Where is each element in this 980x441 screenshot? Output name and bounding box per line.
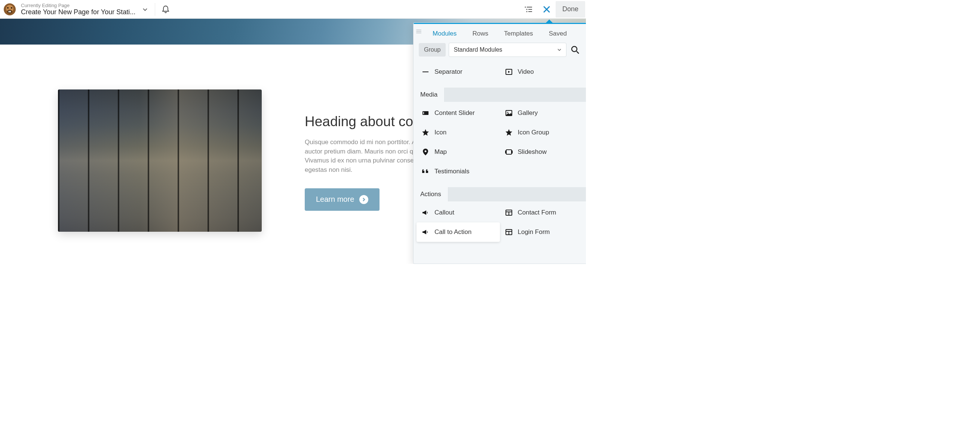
body-line: Vivamus id ex non urna pulvinar conse (305, 156, 418, 165)
svg-point-27 (572, 46, 577, 52)
gallery-icon (505, 109, 512, 117)
tab-rows[interactable]: Rows (470, 29, 490, 39)
body-line: Quisque commodo id mi non porttitor. A (305, 138, 418, 147)
module-label: Call to Action (434, 228, 471, 236)
chevron-right-circle-icon (360, 195, 368, 204)
content-body[interactable]: Quisque commodo id mi non porttitor. Aau… (305, 138, 418, 175)
star-icon (505, 129, 512, 136)
form-icon (505, 228, 512, 236)
pin-icon (422, 148, 429, 156)
section-header-media[interactable]: Media (414, 88, 586, 102)
module-icon[interactable]: Icon (417, 123, 500, 142)
section-title: Actions (414, 187, 448, 201)
module-login-form[interactable]: Login Form (500, 222, 583, 242)
module-map[interactable]: Map (417, 142, 500, 162)
tab-modules[interactable]: Modules (430, 29, 459, 39)
notifications-button[interactable] (155, 0, 176, 18)
content-panel: ModulesRowsTemplatesSaved Group Standard… (413, 22, 586, 264)
module-label: Testimonials (434, 168, 469, 175)
module-slideshow[interactable]: Slideshow (500, 142, 583, 162)
editing-label: Currently Editing Page (21, 3, 135, 8)
search-button[interactable] (570, 45, 581, 54)
module-label: Map (434, 148, 447, 156)
module-gallery[interactable]: Gallery (500, 103, 583, 123)
panel-selector-row: Group Standard Modules (414, 43, 586, 61)
content-image[interactable] (58, 89, 262, 232)
module-label: Callout (434, 209, 454, 216)
svg-line-28 (577, 51, 579, 54)
drag-handle[interactable] (416, 30, 422, 33)
body-line: egestas non nisi. (305, 165, 418, 175)
module-call-to-action[interactable]: Call to Action (417, 222, 500, 242)
modules-scroll[interactable]: SeparatorVideoMediaContent SliderGallery… (414, 61, 586, 264)
module-label: Contact Form (518, 209, 556, 216)
module-testimonials[interactable]: Testimonials (417, 162, 500, 181)
slider-icon (422, 109, 429, 117)
svg-point-25 (526, 9, 527, 10)
bullhorn-icon (422, 209, 429, 216)
bell-icon (162, 5, 169, 13)
content-heading[interactable]: Heading about cor (305, 114, 418, 129)
module-label: Gallery (518, 109, 538, 117)
svg-rect-20 (10, 11, 11, 12)
svg-rect-19 (9, 11, 10, 12)
chevron-down-icon (142, 6, 148, 12)
module-label: Icon (434, 129, 447, 136)
done-button[interactable]: Done (555, 1, 585, 18)
module-label: Separator (434, 68, 463, 76)
text-block: Heading about cor Quisque commodo id mi … (305, 89, 418, 232)
svg-point-24 (525, 6, 526, 8)
module-label: Content Slider (434, 109, 475, 117)
module-contact-form[interactable]: Contact Form (500, 203, 583, 222)
slideshow-icon (505, 148, 512, 156)
module-callout[interactable]: Callout (417, 203, 500, 222)
svg-point-16 (7, 10, 12, 13)
learn-more-label: Learn more (316, 195, 354, 204)
section-header-actions[interactable]: Actions (414, 187, 586, 201)
module-label: Video (518, 68, 534, 76)
star-icon (422, 129, 429, 136)
module-group-select[interactable]: Standard Modules (449, 43, 566, 57)
top-toolbar: Currently Editing Page Create Your New P… (0, 0, 586, 19)
module-label: Slideshow (518, 148, 547, 156)
learn-more-button[interactable]: Learn more (305, 188, 380, 211)
section-title: Media (414, 88, 445, 102)
module-icon-group[interactable]: Icon Group (500, 123, 583, 142)
module-label: Login Form (518, 228, 550, 236)
page-info: Currently Editing Page Create Your New P… (21, 3, 135, 16)
tab-templates[interactable]: Templates (502, 29, 535, 39)
search-icon (571, 45, 579, 54)
svg-point-18 (11, 7, 12, 9)
bullhorn-icon (422, 228, 429, 236)
module-content-slider[interactable]: Content Slider (417, 103, 500, 123)
svg-point-17 (7, 7, 9, 9)
module-label: Icon Group (518, 129, 549, 136)
page-title: Create Your New Page for Your Stati... (21, 8, 135, 16)
outline-icon (525, 6, 533, 13)
form-icon (505, 209, 512, 216)
chevron-down-icon (557, 48, 562, 52)
svg-point-26 (526, 11, 527, 12)
close-icon (542, 5, 551, 13)
outline-button[interactable] (520, 0, 538, 18)
page-dropdown-button[interactable] (135, 0, 155, 18)
body-line: auctor pretium diam. Mauris non orci qu (305, 147, 418, 157)
tab-saved[interactable]: Saved (547, 29, 569, 39)
group-toggle[interactable]: Group (419, 43, 446, 56)
select-label: Standard Modules (453, 46, 502, 53)
module-video[interactable]: Video (500, 62, 583, 81)
panel-tabs: ModulesRowsTemplatesSaved (414, 24, 586, 43)
app-logo (2, 2, 17, 17)
minus-icon (422, 68, 429, 76)
close-panel-button[interactable] (538, 0, 555, 18)
quote-icon (422, 168, 429, 175)
video-icon (505, 68, 512, 76)
module-separator[interactable]: Separator (417, 62, 500, 81)
